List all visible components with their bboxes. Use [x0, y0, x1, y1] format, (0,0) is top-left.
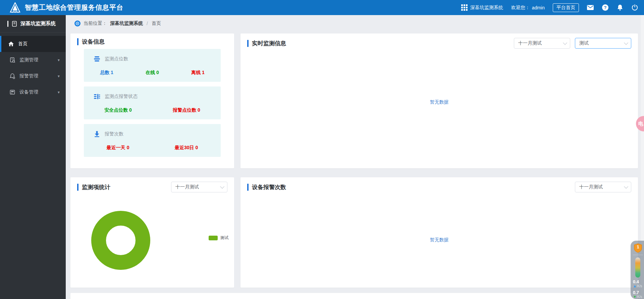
- app-title: 智慧工地综合管理服务信息平台: [25, 3, 123, 12]
- sidebar: 深基坑监测系统 首页 监测管理 ▼ 报警管理 ▼: [0, 15, 66, 299]
- stat-alarm-points: 报警点位数 0: [173, 107, 200, 113]
- brand-bar: [7, 21, 8, 27]
- stat-panel-alarm-status: 监测点报警状态 安全点位数 0 报警点位数 0: [84, 86, 221, 119]
- panel-label: 监测点位数: [105, 56, 128, 62]
- welcome-text: 欢迎您： admin: [511, 5, 545, 11]
- stat-last-day: 最近一天 0: [107, 145, 129, 151]
- realtime-point-select[interactable]: 测试: [575, 38, 631, 49]
- help-icon[interactable]: ?: [602, 4, 608, 11]
- stat-total: 总数 1: [100, 70, 113, 76]
- sidebar-item-monitor-management[interactable]: 监测管理 ▼: [0, 52, 66, 68]
- legend-label: 测试: [220, 235, 228, 241]
- apps-grid-icon: [461, 4, 468, 11]
- device-alarms-card: 设备报警次数 十一月测试 暂无数据: [240, 177, 638, 288]
- shield-badge-count: 1: [634, 244, 642, 249]
- upload-speed: 0.4 ▲K/s: [633, 280, 642, 288]
- shield-badge-icon[interactable]: 1: [634, 243, 642, 252]
- title-accent-bar: [247, 40, 249, 47]
- realtime-monitor-card: 实时监测信息 十一月测试 测试 暂无数据: [240, 34, 638, 168]
- title-accent-bar: [77, 38, 78, 45]
- username[interactable]: admin: [532, 5, 545, 10]
- alarm-icon: [9, 73, 15, 79]
- monitor-stats-month-select[interactable]: 十一月测试: [171, 182, 227, 192]
- stat-panel-monitor-points: 监测点位数 总数 1 在线 0 离线 1: [84, 49, 221, 82]
- stat-online: 在线 0: [146, 70, 159, 76]
- network-speed-widget[interactable]: 1 0.4 ▲K/s 0.7 ▼K/s: [631, 241, 644, 299]
- stat-offline: 离线 1: [191, 70, 205, 76]
- layers-icon: [93, 56, 101, 62]
- widget-divider: [633, 255, 643, 255]
- breadcrumb-separator: /: [147, 21, 148, 26]
- svg-text:?: ?: [604, 5, 606, 10]
- device-icon: [9, 89, 15, 95]
- breadcrumb-prefix: 当前位置：: [84, 20, 107, 26]
- arrow-up-icon: ▲: [633, 284, 637, 288]
- platform-home-button[interactable]: 平台首页: [553, 3, 579, 12]
- stat-last-30-days: 最近30日 0: [175, 145, 198, 151]
- sidebar-menu: 首页 监测管理 ▼ 报警管理 ▼: [0, 33, 66, 100]
- legend-swatch: [209, 236, 218, 240]
- card-title-realtime: 实时监测信息: [247, 40, 286, 47]
- stat-panel-alarm-count: 报警次数 最近一天 0 最近30日 0: [84, 124, 221, 157]
- power-icon[interactable]: [631, 4, 638, 11]
- system-switcher[interactable]: 深基坑监测系统: [461, 4, 503, 11]
- card-title-device-alarms: 设备报警次数: [247, 183, 286, 191]
- sidebar-item-label: 报警管理: [19, 73, 38, 79]
- chart-legend[interactable]: 测试: [209, 235, 228, 241]
- welcome-label: 欢迎您：: [511, 5, 530, 11]
- chevron-down-icon: ▼: [57, 91, 60, 94]
- card-title-device-info: 设备信息: [77, 38, 105, 46]
- sidebar-item-home[interactable]: 首页: [0, 36, 66, 52]
- breadcrumb: 当前位置：深基坑监测系统 / 首页: [74, 20, 161, 26]
- notebook-icon: [11, 21, 17, 27]
- chevron-down-icon: [220, 184, 224, 189]
- sidebar-item-device-management[interactable]: 设备管理 ▼: [0, 84, 66, 100]
- donut-chart[interactable]: [91, 211, 150, 270]
- device-info-card: 设备信息 监测点位数 总数 1 在线 0 离线 1: [70, 34, 234, 168]
- monitor-stats-card: 监测项统计 十一月测试 测试: [70, 177, 234, 288]
- sidebar-item-label: 监测管理: [19, 57, 38, 63]
- chevron-down-icon: [563, 41, 567, 45]
- floating-pink-badge-label: 电: [638, 121, 643, 127]
- title-accent-bar: [77, 184, 78, 191]
- chevron-down-icon: [624, 41, 628, 45]
- download-speed: 0.7 ▼K/s: [633, 290, 642, 299]
- empty-data-text: 暂无数据: [240, 99, 638, 105]
- arrow-down-icon: ▼: [633, 295, 637, 299]
- gradient-meter: [635, 257, 640, 278]
- realtime-month-select[interactable]: 十一月测试: [514, 38, 570, 49]
- panel-label: 监测点报警状态: [105, 94, 138, 100]
- home-icon: [8, 41, 14, 47]
- chevron-down-icon: ▼: [57, 58, 60, 62]
- sidebar-brand: 深基坑监测系统: [0, 15, 66, 33]
- panel-label: 报警次数: [105, 131, 123, 137]
- system-switcher-label: 深基坑监测系统: [470, 5, 503, 11]
- card-title-monitor-stats: 监测项统计: [77, 183, 110, 191]
- next-row-card-partial: [70, 293, 638, 299]
- location-icon: [74, 20, 80, 26]
- title-accent-bar: [247, 184, 249, 191]
- chevron-down-icon: [624, 184, 628, 189]
- download-icon: [93, 131, 101, 137]
- breadcrumb-current: 首页: [152, 20, 161, 26]
- device-alarms-month-select[interactable]: 十一月测试: [575, 182, 631, 192]
- sidebar-item-alarm-management[interactable]: 报警管理 ▼: [0, 68, 66, 84]
- bell-icon[interactable]: [616, 4, 623, 11]
- breadcrumb-root[interactable]: 深基坑监测系统: [110, 20, 143, 26]
- top-header: 智慧工地综合管理服务信息平台 深基坑监测系统 欢迎您： admin 平台首页 ?: [0, 0, 644, 15]
- sidebar-item-label: 首页: [18, 41, 28, 47]
- sidebar-item-label: 设备管理: [19, 89, 38, 95]
- platform-logo-icon: [9, 2, 21, 13]
- monitor-icon: [9, 57, 15, 63]
- main-content: 当前位置：深基坑监测系统 / 首页 设备信息 监测点位数 总数 1 在线 0: [66, 15, 644, 299]
- stat-safe-points: 安全点位数 0: [104, 107, 132, 113]
- columns-icon: [93, 93, 101, 100]
- chevron-down-icon: ▼: [57, 74, 60, 78]
- mail-icon[interactable]: [587, 4, 594, 11]
- empty-data-text: 暂无数据: [240, 237, 638, 243]
- sidebar-brand-label: 深基坑监测系统: [20, 20, 56, 27]
